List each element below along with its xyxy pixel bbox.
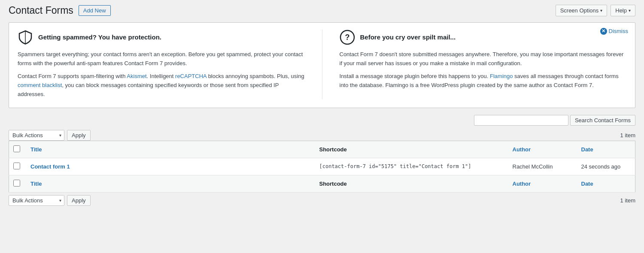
dismiss-label: Dismiss xyxy=(609,28,629,34)
page-header: Contact Forms Add New Screen Options ▾ H… xyxy=(9,4,635,17)
search-contact-forms-button[interactable]: Search Contact Forms xyxy=(570,115,635,126)
table-body: Contact form 1 [contact-form-7 id="5175"… xyxy=(9,158,635,175)
page-title: Contact Forms xyxy=(9,4,73,17)
apply-button-bottom[interactable]: Apply xyxy=(67,195,91,206)
search-input[interactable] xyxy=(474,115,568,126)
tablenav-top-left: Bulk Actions ▾ Apply xyxy=(9,130,91,141)
search-area: Search Contact Forms xyxy=(474,115,635,126)
help-chevron-icon: ▾ xyxy=(629,8,631,13)
help-button[interactable]: Help ▾ xyxy=(611,5,635,16)
notice-col2-heading: ? Before you cry over spilt mail... xyxy=(340,30,627,45)
help-label: Help xyxy=(615,7,627,14)
select-all-checkbox-bottom[interactable] xyxy=(13,180,20,187)
col-title-header: Title xyxy=(24,141,313,158)
col-shortcode-footer: Shortcode xyxy=(313,175,507,192)
screen-options-chevron-icon: ▾ xyxy=(600,8,602,13)
bulk-actions-select-top[interactable]: Bulk Actions xyxy=(9,130,64,141)
row-checkbox-cell xyxy=(9,158,25,175)
bulk-actions-wrapper-top: Bulk Actions ▾ xyxy=(9,130,64,141)
col-check-footer xyxy=(9,175,25,192)
notice-col1-para2: Contact Form 7 supports spam-filtering w… xyxy=(18,72,305,99)
author-sort-link-bottom[interactable]: Author xyxy=(513,181,531,187)
author-sort-link[interactable]: Author xyxy=(513,146,531,153)
col-date-footer: Date xyxy=(575,175,635,192)
item-count-bottom: 1 item xyxy=(620,197,635,204)
row-author-cell: Rachel McCollin xyxy=(507,158,575,175)
col-shortcode-header: Shortcode xyxy=(313,141,507,158)
row-date-cell: 24 seconds ago xyxy=(575,158,635,175)
row-shortcode-cell: [contact-form-7 id="5175" title="Contact… xyxy=(313,158,507,175)
table-row: Contact form 1 [contact-form-7 id="5175"… xyxy=(9,158,635,175)
apply-button-top[interactable]: Apply xyxy=(67,130,91,141)
table-head: Title Shortcode Author Date xyxy=(9,141,635,158)
notice-col-mail: ? Before you cry over spilt mail... Cont… xyxy=(340,30,627,99)
row-checkbox[interactable] xyxy=(13,163,20,169)
select-all-checkbox-top[interactable] xyxy=(13,145,20,152)
notice-col2-heading-text: Before you cry over spilt mail... xyxy=(360,33,456,41)
notice-col-spam: Getting spammed? You have protection. Sp… xyxy=(18,30,305,99)
notice-col1-body: Spammers target everything; your contact… xyxy=(18,50,305,99)
notice-columns: Getting spammed? You have protection. Sp… xyxy=(18,30,626,99)
notice-col2-para1: Contact Form 7 doesn't store submitted m… xyxy=(340,50,627,68)
notice-col2-body: Contact Form 7 doesn't store submitted m… xyxy=(340,50,627,90)
tablenav-top-right: 1 item xyxy=(620,132,635,139)
notice-divider xyxy=(322,30,322,99)
col-check-header xyxy=(9,141,25,158)
col-title-footer: Title xyxy=(24,175,313,192)
notice-col1-heading-text: Getting spammed? You have protection. xyxy=(38,33,161,41)
bulk-actions-select-bottom[interactable]: Bulk Actions xyxy=(9,195,64,206)
tablenav-bottom-left: Bulk Actions ▾ Apply xyxy=(9,195,91,206)
question-icon: ? xyxy=(340,30,355,45)
date-sort-link[interactable]: Date xyxy=(581,146,593,153)
notice-box: ✕ Dismiss Getting spammed? You have prot… xyxy=(9,22,635,108)
header-left: Contact Forms Add New xyxy=(9,4,111,17)
recaptcha-link[interactable]: reCAPTCHA xyxy=(175,73,207,79)
notice-col1-heading: Getting spammed? You have protection. xyxy=(18,30,305,45)
tablenav-top: Bulk Actions ▾ Apply 1 item xyxy=(9,130,635,141)
akismet-link[interactable]: Akismet xyxy=(127,73,146,79)
tablenav-bottom: Bulk Actions ▾ Apply 1 item xyxy=(9,195,635,206)
col-author-header: Author xyxy=(507,141,575,158)
add-new-button[interactable]: Add New xyxy=(79,5,111,16)
date-sort-link-bottom[interactable]: Date xyxy=(581,181,593,187)
dismiss-button[interactable]: ✕ Dismiss xyxy=(600,28,629,35)
row-title-cell: Contact form 1 xyxy=(24,158,313,175)
contact-form-title-link[interactable]: Contact form 1 xyxy=(30,163,70,170)
contact-forms-table: Title Shortcode Author Date Contact form… xyxy=(9,141,635,193)
notice-col2-para2: Install a message storage plugin before … xyxy=(340,72,627,90)
title-sort-link[interactable]: Title xyxy=(30,146,42,153)
table-foot: Title Shortcode Author Date xyxy=(9,175,635,192)
col-date-header: Date xyxy=(575,141,635,158)
notice-col1-para1: Spammers target everything; your contact… xyxy=(18,50,305,68)
header-right: Screen Options ▾ Help ▾ xyxy=(556,5,635,16)
item-count-top: 1 item xyxy=(620,132,635,139)
screen-options-button[interactable]: Screen Options ▾ xyxy=(556,5,608,16)
tablenav-bottom-right: 1 item xyxy=(620,197,635,204)
dismiss-icon: ✕ xyxy=(600,28,607,35)
table-footer-row: Title Shortcode Author Date xyxy=(9,175,635,192)
col-author-footer: Author xyxy=(507,175,575,192)
comment-blacklist-link[interactable]: comment blacklist xyxy=(18,82,62,88)
shield-icon xyxy=(18,30,33,45)
svg-text:?: ? xyxy=(345,33,349,42)
title-sort-link-bottom[interactable]: Title xyxy=(30,181,42,187)
screen-options-label: Screen Options xyxy=(560,7,599,14)
bulk-actions-wrapper-bottom: Bulk Actions ▾ xyxy=(9,195,64,206)
flamingo-link[interactable]: Flamingo xyxy=(490,73,513,79)
table-header-row: Title Shortcode Author Date xyxy=(9,141,635,158)
